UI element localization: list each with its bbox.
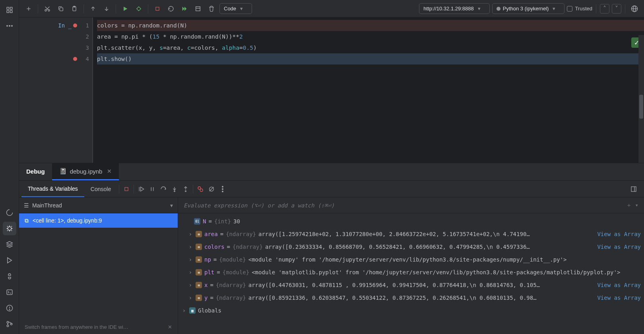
move-down-button[interactable] bbox=[101, 3, 112, 14]
debug-panel: Debug 📓 debug.ipynb ✕ Threads & Variable… bbox=[19, 163, 644, 334]
run-all-button[interactable] bbox=[179, 3, 190, 14]
breakpoint-icon[interactable] bbox=[73, 23, 77, 27]
copy-button[interactable] bbox=[55, 3, 66, 14]
svg-marker-40 bbox=[141, 187, 144, 191]
expand-icon[interactable]: › bbox=[188, 231, 193, 237]
cell-type-select[interactable]: Code ▾ bbox=[219, 3, 252, 14]
more-options-button[interactable] bbox=[217, 184, 228, 195]
svg-rect-0 bbox=[7, 7, 9, 9]
var-row[interactable]: 01 N = {int} 30 bbox=[178, 215, 644, 228]
variables-button[interactable] bbox=[192, 3, 204, 14]
tab-console[interactable]: Console bbox=[84, 181, 117, 197]
expand-icon[interactable]: › bbox=[181, 307, 187, 314]
code-editor[interactable]: In _ 1 2 3 4 colors = np.random.rand(N) … bbox=[19, 18, 644, 163]
resume-button[interactable] bbox=[136, 184, 147, 195]
run-icon[interactable] bbox=[3, 254, 16, 267]
expand-icon[interactable]: › bbox=[188, 282, 193, 288]
paste-button[interactable] bbox=[69, 3, 80, 14]
left-rail bbox=[0, 0, 19, 334]
stack-icon: ☰ bbox=[24, 202, 29, 209]
step-out-button[interactable] bbox=[180, 184, 191, 195]
svg-point-46 bbox=[185, 191, 186, 192]
add-cell-button[interactable] bbox=[23, 3, 34, 14]
step-into-button[interactable] bbox=[169, 184, 180, 195]
svg-marker-32 bbox=[184, 6, 186, 11]
svg-rect-30 bbox=[156, 7, 159, 10]
var-row[interactable]: › ≡ y = {ndarray} array([0.85921336, 0.6… bbox=[178, 291, 644, 304]
view-as-array-link[interactable]: View as Array bbox=[589, 231, 641, 237]
svg-rect-2 bbox=[7, 11, 9, 13]
run-cell-button[interactable] bbox=[120, 3, 131, 14]
svg-rect-54 bbox=[631, 187, 636, 191]
array-icon: ≡ bbox=[196, 244, 202, 250]
kernel-select[interactable]: Python 3 (ipykernel) ▾ bbox=[492, 3, 565, 14]
server-select[interactable]: http://10.32.1.29:8888 ▾ bbox=[419, 3, 490, 14]
var-row[interactable]: › ▦ Globals bbox=[178, 304, 644, 317]
expand-icon[interactable]: › bbox=[188, 269, 193, 275]
svg-point-14 bbox=[7, 321, 9, 323]
nav-up-button[interactable]: ˄ bbox=[600, 4, 609, 14]
globals-icon: ▦ bbox=[189, 307, 196, 314]
more-icon[interactable] bbox=[3, 19, 16, 33]
cut-button[interactable] bbox=[42, 3, 53, 14]
svg-point-7 bbox=[8, 227, 11, 230]
tab-debug[interactable]: Debug bbox=[19, 163, 52, 180]
step-over-button[interactable] bbox=[158, 184, 169, 195]
var-row[interactable]: › ≡ np = {module} <module 'numpy' from '… bbox=[178, 253, 644, 266]
stop-button[interactable] bbox=[152, 3, 163, 14]
evaluate-input[interactable]: Evaluate expression (⌥⏎) or add a watch … bbox=[178, 197, 644, 213]
gutter[interactable]: 1 2 3 4 bbox=[75, 18, 92, 163]
view-as-array-link[interactable]: View as Array bbox=[589, 282, 641, 288]
globe-icon[interactable] bbox=[629, 3, 640, 14]
code-area[interactable]: colors = np.random.rand(N) area = np.pi … bbox=[92, 18, 644, 163]
var-row[interactable]: › ≡ area = {ndarray} array([1.25974218e+… bbox=[178, 228, 644, 240]
var-row[interactable]: › ≡ plt = {module} <module 'matplotlib.p… bbox=[178, 266, 644, 279]
tab-file[interactable]: 📓 debug.ipynb ✕ bbox=[52, 163, 119, 180]
frame-label: <cell line: 1>, debug.ipynb:9 bbox=[33, 217, 102, 224]
restart-button[interactable] bbox=[165, 3, 177, 14]
thread-selector[interactable]: ☰ MainThread ▾ bbox=[19, 197, 178, 213]
layers-icon[interactable] bbox=[3, 238, 16, 251]
expand-icon[interactable]: › bbox=[188, 256, 193, 263]
python-icon[interactable] bbox=[3, 270, 16, 283]
close-icon[interactable]: ✕ bbox=[107, 168, 112, 174]
loading-icon[interactable] bbox=[3, 206, 16, 219]
trusted-indicator[interactable]: Trusted bbox=[567, 6, 592, 12]
bug-icon[interactable] bbox=[3, 222, 16, 235]
nav-down-button[interactable]: ˅ bbox=[612, 4, 621, 14]
pause-button[interactable] bbox=[147, 184, 158, 195]
expand-icon[interactable]: › bbox=[188, 244, 193, 250]
close-icon[interactable]: ✕ bbox=[168, 324, 172, 330]
stack-frame[interactable]: ⧉ <cell line: 1>, debug.ipynb:9 bbox=[19, 213, 178, 228]
var-row[interactable]: › ≡ x = {ndarray} array([0.44763031, 0.4… bbox=[178, 279, 644, 291]
view-as-array-link[interactable]: View as Array bbox=[589, 295, 641, 301]
add-watch-icon[interactable]: ＋ ▾ bbox=[626, 202, 638, 209]
var-row[interactable]: › ≡ colors = {ndarray} array([0.23633334… bbox=[178, 240, 644, 253]
cell-type-label: Code bbox=[224, 6, 236, 12]
expand-icon[interactable]: › bbox=[188, 295, 193, 301]
panel-tabs: Debug 📓 debug.ipynb ✕ bbox=[19, 163, 644, 181]
view-breakpoints-button[interactable] bbox=[195, 184, 206, 195]
stop-debug-button[interactable] bbox=[121, 184, 132, 195]
debug-cell-button[interactable] bbox=[133, 3, 144, 14]
git-icon[interactable] bbox=[3, 317, 16, 331]
apps-icon[interactable] bbox=[3, 3, 16, 17]
breakpoint-icon[interactable] bbox=[73, 57, 77, 61]
layout-button[interactable] bbox=[628, 184, 639, 195]
chevron-down-icon: ▾ bbox=[478, 6, 481, 12]
notebook-icon: 📓 bbox=[59, 168, 67, 175]
svg-rect-38 bbox=[125, 187, 128, 190]
problems-icon[interactable] bbox=[3, 301, 16, 315]
svg-point-13 bbox=[9, 309, 10, 310]
delete-button[interactable] bbox=[206, 3, 217, 14]
view-as-array-link[interactable]: View as Array bbox=[589, 244, 641, 250]
scrollbar[interactable] bbox=[638, 35, 644, 163]
svg-point-29 bbox=[137, 7, 140, 10]
move-up-button[interactable] bbox=[87, 3, 99, 14]
svg-point-48 bbox=[200, 189, 203, 191]
int-icon: 01 bbox=[194, 218, 200, 225]
terminal-icon[interactable] bbox=[3, 285, 16, 299]
svg-rect-23 bbox=[60, 8, 63, 11]
tab-threads-variables[interactable]: Threads & Variables bbox=[21, 181, 84, 197]
mute-breakpoints-button[interactable] bbox=[206, 184, 217, 195]
